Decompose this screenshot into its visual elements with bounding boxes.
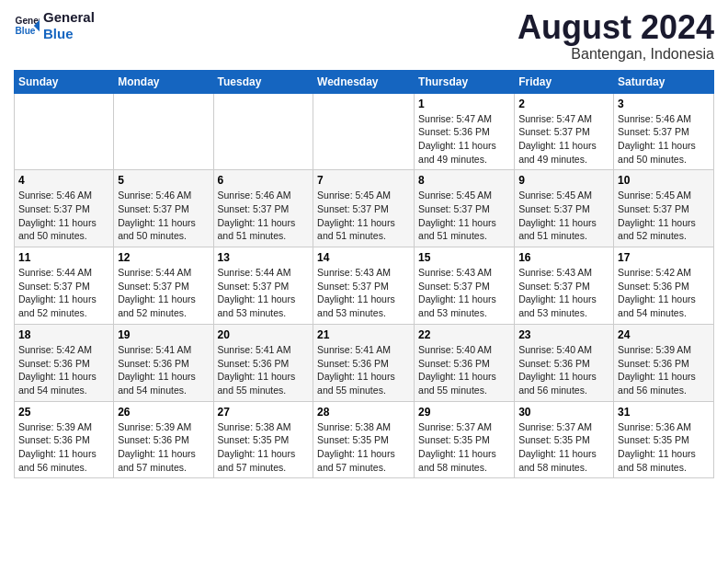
day-number: 4 (18, 174, 109, 187)
calendar-cell: 11Sunrise: 5:44 AM Sunset: 5:37 PM Dayli… (15, 247, 114, 325)
day-info: Sunrise: 5:39 AM Sunset: 5:36 PM Dayligh… (118, 420, 209, 475)
week-row-2: 4Sunrise: 5:46 AM Sunset: 5:37 PM Daylig… (15, 170, 714, 247)
calendar-cell: 14Sunrise: 5:43 AM Sunset: 5:37 PM Dayli… (313, 247, 415, 325)
day-info: Sunrise: 5:44 AM Sunset: 5:37 PM Dayligh… (118, 266, 209, 320)
day-header-saturday: Saturday (614, 70, 714, 93)
day-number: 6 (218, 174, 310, 187)
logo-general: General (43, 9, 95, 26)
header-row: SundayMondayTuesdayWednesdayThursdayFrid… (15, 70, 714, 93)
day-info: Sunrise: 5:43 AM Sunset: 5:37 PM Dayligh… (418, 266, 510, 320)
day-number: 24 (618, 328, 710, 341)
calendar-cell: 4Sunrise: 5:46 AM Sunset: 5:37 PM Daylig… (15, 170, 114, 247)
day-header-thursday: Thursday (415, 70, 515, 93)
calendar-cell: 22Sunrise: 5:40 AM Sunset: 5:36 PM Dayli… (415, 324, 515, 401)
day-header-friday: Friday (515, 70, 614, 93)
calendar-cell: 21Sunrise: 5:41 AM Sunset: 5:36 PM Dayli… (313, 324, 415, 401)
calendar-cell: 28Sunrise: 5:38 AM Sunset: 5:35 PM Dayli… (313, 401, 415, 478)
day-number: 28 (317, 406, 410, 419)
day-header-wednesday: Wednesday (313, 70, 415, 93)
title-block: August 2024 Bantengan, Indonesia (518, 9, 714, 63)
day-number: 5 (118, 174, 209, 187)
day-info: Sunrise: 5:38 AM Sunset: 5:35 PM Dayligh… (218, 420, 310, 475)
day-number: 10 (618, 174, 710, 187)
day-number: 1 (418, 98, 510, 110)
week-row-1: 1Sunrise: 5:47 AM Sunset: 5:36 PM Daylig… (15, 93, 714, 170)
day-number: 21 (317, 328, 410, 341)
day-info: Sunrise: 5:41 AM Sunset: 5:36 PM Dayligh… (218, 343, 310, 397)
day-number: 14 (317, 251, 410, 264)
day-info: Sunrise: 5:44 AM Sunset: 5:37 PM Dayligh… (18, 266, 109, 320)
day-number: 2 (518, 98, 609, 110)
calendar-cell (114, 93, 213, 170)
day-number: 8 (418, 174, 510, 187)
calendar-cell: 29Sunrise: 5:37 AM Sunset: 5:35 PM Dayli… (415, 401, 515, 478)
calendar-cell: 9Sunrise: 5:45 AM Sunset: 5:37 PM Daylig… (515, 170, 614, 247)
svg-text:Blue: Blue (16, 26, 36, 36)
day-info: Sunrise: 5:46 AM Sunset: 5:37 PM Dayligh… (18, 189, 109, 243)
day-info: Sunrise: 5:39 AM Sunset: 5:36 PM Dayligh… (18, 420, 109, 475)
day-info: Sunrise: 5:42 AM Sunset: 5:36 PM Dayligh… (18, 343, 109, 397)
calendar-cell: 3Sunrise: 5:46 AM Sunset: 5:37 PM Daylig… (614, 93, 714, 170)
day-number: 31 (618, 406, 710, 419)
day-info: Sunrise: 5:45 AM Sunset: 5:37 PM Dayligh… (618, 189, 710, 243)
logo: General Blue General Blue (14, 9, 95, 42)
day-info: Sunrise: 5:43 AM Sunset: 5:37 PM Dayligh… (317, 266, 410, 320)
calendar-table: SundayMondayTuesdayWednesdayThursdayFrid… (14, 70, 714, 479)
day-number: 17 (618, 251, 710, 264)
day-info: Sunrise: 5:37 AM Sunset: 5:35 PM Dayligh… (518, 420, 609, 475)
calendar-cell: 26Sunrise: 5:39 AM Sunset: 5:36 PM Dayli… (114, 401, 213, 478)
month-year-title: August 2024 (518, 9, 714, 46)
calendar-cell: 19Sunrise: 5:41 AM Sunset: 5:36 PM Dayli… (114, 324, 213, 401)
day-number: 7 (317, 174, 410, 187)
day-number: 25 (18, 406, 109, 419)
week-row-5: 25Sunrise: 5:39 AM Sunset: 5:36 PM Dayli… (15, 401, 714, 478)
location-subtitle: Bantengan, Indonesia (518, 46, 714, 63)
calendar-cell: 16Sunrise: 5:43 AM Sunset: 5:37 PM Dayli… (515, 247, 614, 325)
week-row-4: 18Sunrise: 5:42 AM Sunset: 5:36 PM Dayli… (15, 324, 714, 401)
day-info: Sunrise: 5:46 AM Sunset: 5:37 PM Dayligh… (118, 189, 209, 243)
day-number: 16 (518, 251, 609, 264)
calendar-cell: 12Sunrise: 5:44 AM Sunset: 5:37 PM Dayli… (114, 247, 213, 325)
day-info: Sunrise: 5:41 AM Sunset: 5:36 PM Dayligh… (317, 343, 410, 397)
calendar-cell: 7Sunrise: 5:45 AM Sunset: 5:37 PM Daylig… (313, 170, 415, 247)
day-number: 18 (18, 328, 109, 341)
day-info: Sunrise: 5:47 AM Sunset: 5:36 PM Dayligh… (418, 112, 510, 167)
calendar-cell: 24Sunrise: 5:39 AM Sunset: 5:36 PM Dayli… (614, 324, 714, 401)
day-info: Sunrise: 5:40 AM Sunset: 5:36 PM Dayligh… (418, 343, 510, 397)
calendar-cell: 1Sunrise: 5:47 AM Sunset: 5:36 PM Daylig… (415, 93, 515, 170)
day-info: Sunrise: 5:45 AM Sunset: 5:37 PM Dayligh… (317, 189, 410, 243)
day-header-sunday: Sunday (15, 70, 114, 93)
day-number: 20 (218, 328, 310, 341)
logo-icon: General Blue (14, 13, 40, 39)
day-info: Sunrise: 5:44 AM Sunset: 5:37 PM Dayligh… (218, 266, 310, 320)
calendar-cell (15, 93, 114, 170)
day-number: 12 (118, 251, 209, 264)
calendar-cell: 31Sunrise: 5:36 AM Sunset: 5:35 PM Dayli… (614, 401, 714, 478)
day-number: 30 (518, 406, 609, 419)
page-header: General Blue General Blue August 2024 Ba… (14, 9, 714, 63)
calendar-cell: 10Sunrise: 5:45 AM Sunset: 5:37 PM Dayli… (614, 170, 714, 247)
calendar-cell: 30Sunrise: 5:37 AM Sunset: 5:35 PM Dayli… (515, 401, 614, 478)
day-info: Sunrise: 5:40 AM Sunset: 5:36 PM Dayligh… (518, 343, 609, 397)
calendar-cell: 18Sunrise: 5:42 AM Sunset: 5:36 PM Dayli… (15, 324, 114, 401)
calendar-cell (213, 93, 313, 170)
week-row-3: 11Sunrise: 5:44 AM Sunset: 5:37 PM Dayli… (15, 247, 714, 325)
day-number: 29 (418, 406, 510, 419)
calendar-cell: 17Sunrise: 5:42 AM Sunset: 5:36 PM Dayli… (614, 247, 714, 325)
day-info: Sunrise: 5:36 AM Sunset: 5:35 PM Dayligh… (618, 420, 710, 475)
logo-blue: Blue (43, 26, 95, 42)
calendar-cell: 27Sunrise: 5:38 AM Sunset: 5:35 PM Dayli… (213, 401, 313, 478)
day-info: Sunrise: 5:46 AM Sunset: 5:37 PM Dayligh… (218, 189, 310, 243)
day-info: Sunrise: 5:45 AM Sunset: 5:37 PM Dayligh… (518, 189, 609, 243)
day-info: Sunrise: 5:38 AM Sunset: 5:35 PM Dayligh… (317, 420, 410, 475)
calendar-cell: 25Sunrise: 5:39 AM Sunset: 5:36 PM Dayli… (15, 401, 114, 478)
day-info: Sunrise: 5:37 AM Sunset: 5:35 PM Dayligh… (418, 420, 510, 475)
day-number: 19 (118, 328, 209, 341)
calendar-cell: 8Sunrise: 5:45 AM Sunset: 5:37 PM Daylig… (415, 170, 515, 247)
day-number: 3 (618, 98, 710, 110)
day-info: Sunrise: 5:39 AM Sunset: 5:36 PM Dayligh… (618, 343, 710, 397)
day-number: 15 (418, 251, 510, 264)
calendar-cell: 2Sunrise: 5:47 AM Sunset: 5:37 PM Daylig… (515, 93, 614, 170)
day-number: 27 (218, 406, 310, 419)
day-number: 11 (18, 251, 109, 264)
